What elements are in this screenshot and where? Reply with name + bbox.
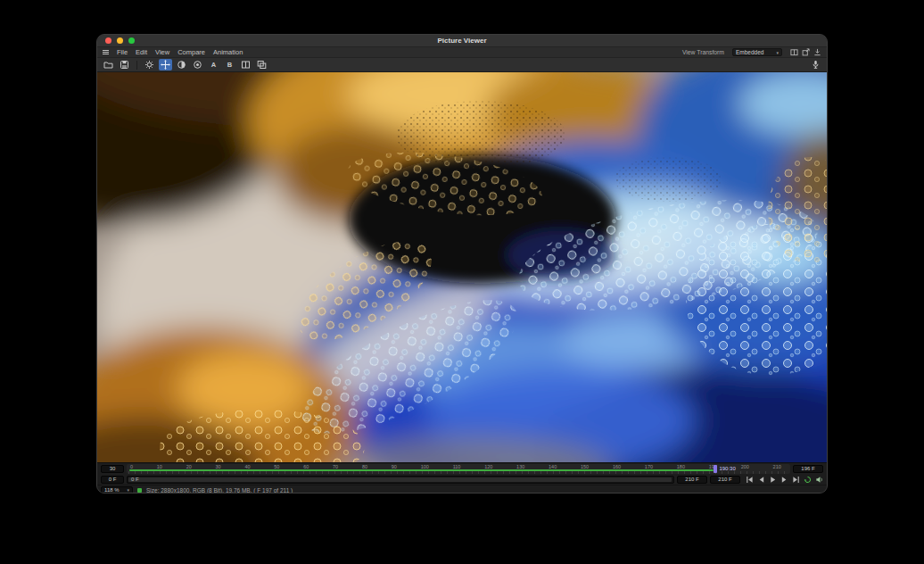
playhead[interactable]: 190:30 — [714, 465, 735, 473]
microphone-icon — [811, 60, 821, 70]
ruler-tick-label: 70 — [333, 464, 338, 470]
range-start-field[interactable]: 0 F — [101, 476, 124, 484]
titlebar: Picture Viewer — [97, 35, 827, 47]
menu-item[interactable]: Animation — [213, 48, 243, 56]
ruler-tick-label: 120 — [484, 464, 492, 470]
skip-start-icon — [746, 476, 754, 484]
menu-item[interactable]: File — [117, 48, 128, 56]
ruler-tick-label: 100 — [421, 464, 429, 470]
picture-viewer-window: Picture Viewer FileEditViewCompareAnimat… — [96, 34, 828, 494]
timeline-ruler[interactable]: 0102030405060708090100110120130140150160… — [127, 464, 790, 474]
step-back-icon — [757, 476, 765, 484]
preview-end-field[interactable]: 196 F — [793, 465, 823, 473]
ruler-minor-ticks — [128, 471, 788, 474]
skip-end-icon — [792, 476, 800, 484]
step-forward-icon — [780, 476, 788, 484]
menu-item[interactable]: Edit — [136, 48, 147, 56]
compare-swap-button[interactable] — [255, 59, 268, 70]
loop-icon — [804, 476, 812, 484]
skip-start-button[interactable] — [745, 475, 754, 484]
timeline-range-row: 0 F 0 F 210 F 210 F — [97, 474, 827, 485]
save-icon — [120, 60, 129, 70]
play-icon — [769, 476, 777, 484]
range-end-field[interactable]: 210 F — [677, 476, 707, 484]
download-icon[interactable] — [813, 48, 821, 56]
channels-button[interactable] — [191, 59, 204, 70]
toolbar: A B — [97, 58, 827, 72]
open-folder-button[interactable] — [102, 59, 115, 70]
ruler-tick-label: 30 — [216, 464, 221, 470]
ruler-tick-label: 200 — [741, 464, 749, 470]
contrast-button[interactable] — [175, 59, 188, 70]
playhead-frame-label: 190:30 — [719, 466, 735, 471]
menu-item[interactable]: Compare — [177, 48, 205, 56]
popout-icon[interactable] — [802, 48, 810, 56]
ruler-tick-label: 20 — [186, 464, 192, 470]
skip-end-button[interactable] — [791, 475, 800, 484]
ruler-tick-label: 110 — [453, 464, 461, 470]
channels-icon — [193, 60, 202, 70]
ruler-tick-label: 130 — [516, 464, 524, 470]
ruler-tick-label: 60 — [303, 464, 309, 470]
view-transform-value: Embedded — [736, 49, 763, 55]
ruler-tick-label: 150 — [581, 464, 589, 470]
version-b-button[interactable]: B — [223, 59, 236, 70]
compare-split-icon — [241, 60, 251, 70]
range-slider-fill — [128, 477, 672, 482]
ruler-tick-label: 10 — [157, 464, 162, 470]
ruler-tick-label: 80 — [362, 464, 367, 470]
zoom-value: 118 % — [104, 487, 120, 493]
toolbar-separator — [136, 61, 137, 70]
view-transform-select[interactable]: Embedded ▾ — [732, 48, 782, 56]
contrast-icon — [177, 60, 186, 70]
ruler-tick-label: 160 — [613, 464, 621, 470]
step-forward-button[interactable] — [780, 475, 788, 484]
ruler-tick-labels: 0102030405060708090100110120130140150160… — [130, 464, 781, 470]
menu-items: FileEditViewCompareAnimation — [117, 48, 243, 56]
zoom-dropdown-icon[interactable]: ▾ — [127, 487, 129, 493]
ruler-tick-label: 140 — [549, 464, 557, 470]
range-slider-label: 0 F — [128, 477, 139, 482]
ruler-tick-label: 180 — [677, 464, 685, 470]
playhead-handle[interactable] — [714, 465, 717, 473]
gear-icon — [144, 60, 154, 70]
step-back-button[interactable] — [756, 475, 765, 484]
layout-icon[interactable] — [790, 48, 798, 56]
window-title: Picture Viewer — [97, 37, 827, 45]
pan-tool-button[interactable] — [159, 59, 172, 70]
ruler-tick-label: 210 — [773, 464, 781, 470]
range-slider[interactable]: 0 F — [127, 476, 674, 484]
statusbar: 118 % ▾ Size: 2880x1800, RGB (8 Bit), 19… — [97, 485, 827, 494]
loop-button[interactable] — [803, 475, 812, 484]
save-button[interactable] — [118, 59, 131, 70]
speaker-icon — [815, 476, 823, 484]
compare-split-button[interactable] — [239, 59, 252, 70]
transport-controls — [743, 475, 823, 484]
render-image-viewport[interactable] — [97, 72, 827, 462]
ruler-tick-label: 170 — [645, 464, 653, 470]
microphone-button[interactable] — [809, 59, 822, 70]
menubar: FileEditViewCompareAnimation View Transf… — [97, 47, 827, 58]
zoom-field[interactable]: 118 % ▾ — [101, 486, 133, 494]
timeline-ruler-row: 30 0102030405060708090100110120130140150… — [97, 462, 827, 474]
image-info-text: Size: 2880x1800, RGB (8 Bit), 19.76 MB, … — [146, 487, 293, 494]
current-frame-field[interactable]: 210 F — [710, 476, 740, 484]
version-a-button[interactable]: A — [207, 59, 220, 70]
ruler-tick-label: 90 — [392, 464, 397, 470]
menu-item[interactable]: View — [155, 48, 169, 56]
audio-button[interactable] — [814, 475, 823, 484]
render-image — [97, 72, 827, 462]
status-dot-icon — [137, 488, 142, 493]
fps-field[interactable]: 30 — [101, 465, 124, 473]
settings-button[interactable] — [143, 59, 156, 70]
hamburger-menu-icon[interactable] — [103, 50, 109, 54]
play-button[interactable] — [768, 475, 777, 484]
ruler-tick-label: 40 — [244, 464, 250, 470]
desktop: Picture Viewer FileEditViewCompareAnimat… — [0, 0, 924, 564]
ruler-tick-label: 0 — [130, 464, 133, 470]
chevron-down-icon: ▾ — [776, 50, 779, 55]
pan-icon — [161, 60, 170, 70]
view-transform-label: View Transform — [682, 49, 724, 55]
compare-swap-icon — [257, 60, 267, 70]
ruler-tick-label: 50 — [274, 464, 279, 470]
